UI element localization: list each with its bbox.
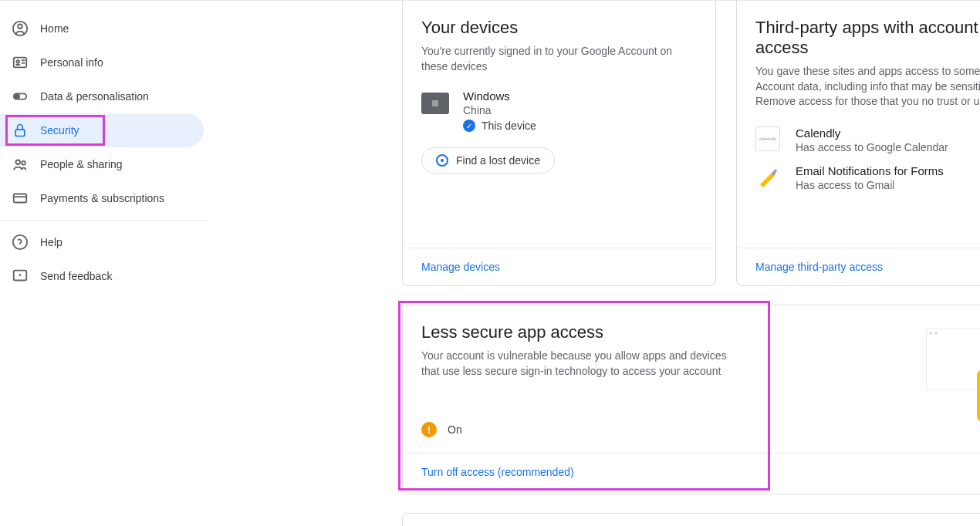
device-name: Windows bbox=[463, 89, 536, 103]
feedback-icon bbox=[11, 267, 29, 285]
account-circle-icon bbox=[11, 19, 29, 38]
brush-icon bbox=[755, 164, 780, 189]
sidebar-item-data-personalisation[interactable]: Data & personalisation bbox=[0, 79, 204, 113]
manage-third-party-link[interactable]: Manage third-party access bbox=[755, 261, 883, 273]
unlocked-lock-illustration bbox=[926, 321, 980, 421]
svg-point-7 bbox=[16, 160, 21, 165]
card-subtitle: Your account is vulnerable because you a… bbox=[421, 349, 739, 379]
sidebar-item-label: Send feedback bbox=[40, 270, 112, 282]
app-name: Email Notifications for Forms bbox=[796, 164, 944, 177]
card-subtitle: You gave these sites and apps access to … bbox=[755, 64, 980, 110]
app-row-email-notifications[interactable]: Email Notifications for Forms Has access… bbox=[737, 153, 980, 191]
third-party-apps-card: Third-party apps with account access You… bbox=[736, 1, 980, 286]
svg-point-5 bbox=[15, 94, 19, 99]
your-devices-card: Your devices You're currently signed in … bbox=[402, 1, 716, 286]
find-lost-device-label: Find a lost device bbox=[456, 154, 540, 167]
svg-point-8 bbox=[22, 161, 25, 165]
toggle-icon bbox=[11, 87, 29, 106]
sidebar-item-security[interactable]: Security bbox=[0, 113, 204, 147]
sidebar-item-label: Data & personalisation bbox=[40, 90, 149, 103]
sidebar-item-send-feedback[interactable]: Send feedback bbox=[0, 259, 204, 293]
app-access: Has access to Gmail bbox=[796, 179, 944, 191]
find-lost-device-button[interactable]: Find a lost device bbox=[421, 147, 555, 174]
people-icon bbox=[11, 155, 29, 174]
target-icon bbox=[436, 154, 448, 167]
app-name: Calendly bbox=[796, 126, 948, 140]
sidebar-item-label: Home bbox=[40, 22, 69, 35]
card-title: Your devices bbox=[421, 18, 697, 38]
check-circle-icon: ✓ bbox=[463, 120, 475, 132]
lock-icon bbox=[11, 121, 29, 140]
device-row[interactable]: Windows China ✓ This device bbox=[403, 89, 715, 132]
id-card-icon bbox=[11, 53, 29, 72]
app-access: Has access to Google Calendar bbox=[796, 141, 948, 153]
calendly-icon: calendly bbox=[755, 126, 780, 151]
svg-point-1 bbox=[18, 25, 22, 29]
desktop-icon bbox=[421, 93, 449, 114]
svg-rect-6 bbox=[15, 130, 25, 136]
this-device-label: This device bbox=[482, 120, 536, 132]
sidebar-item-label: Help bbox=[40, 236, 63, 248]
svg-point-3 bbox=[16, 60, 19, 63]
help-icon bbox=[11, 233, 29, 251]
sidebar-item-label: People & sharing bbox=[40, 158, 123, 170]
svg-rect-9 bbox=[14, 194, 27, 203]
sidebar-item-label: Security bbox=[40, 124, 79, 137]
next-card-peek bbox=[402, 513, 980, 526]
sidebar-item-help[interactable]: Help bbox=[0, 225, 204, 259]
credit-card-icon bbox=[11, 189, 29, 207]
sidebar-item-label: Personal info bbox=[40, 56, 103, 69]
sidebar: Home Personal info Data & personalisatio… bbox=[0, 12, 208, 293]
card-title: Less secure app access bbox=[421, 322, 739, 342]
sidebar-item-personal-info[interactable]: Personal info bbox=[0, 46, 204, 79]
less-secure-app-card: Less secure app access Your account is v… bbox=[402, 305, 980, 494]
manage-devices-link[interactable]: Manage devices bbox=[421, 261, 500, 273]
sidebar-item-people-sharing[interactable]: People & sharing bbox=[0, 147, 204, 181]
sidebar-item-label: Payments & subscriptions bbox=[40, 192, 164, 204]
app-row-calendly[interactable]: calendly Calendly Has access to Google C… bbox=[737, 116, 980, 153]
card-title: Third-party apps with account access bbox=[755, 18, 980, 58]
sidebar-item-home[interactable]: Home bbox=[0, 12, 204, 46]
less-secure-status: On bbox=[448, 423, 462, 436]
warning-icon: ! bbox=[421, 422, 437, 437]
turn-off-access-link[interactable]: Turn off access (recommended) bbox=[421, 466, 574, 478]
divider bbox=[0, 220, 208, 221]
device-location: China bbox=[463, 104, 536, 116]
sidebar-item-payments-subscriptions[interactable]: Payments & subscriptions bbox=[0, 181, 204, 215]
card-subtitle: You're currently signed in to your Googl… bbox=[421, 44, 697, 74]
